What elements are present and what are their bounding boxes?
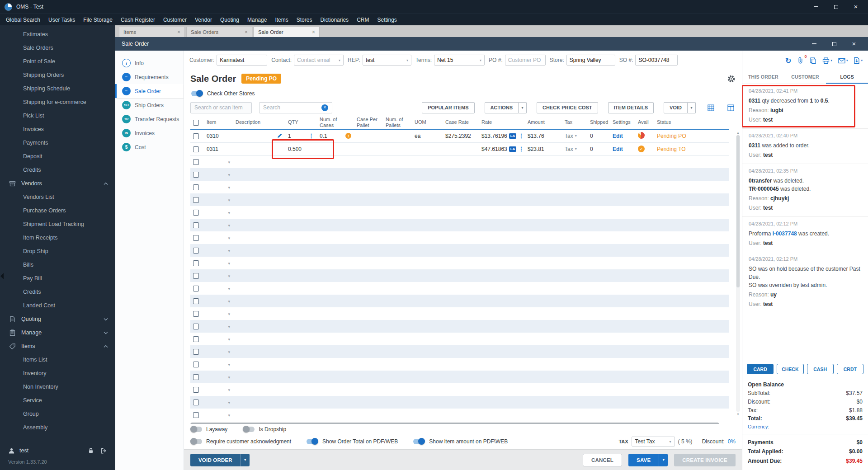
contact-select[interactable]: Contact email▾ (294, 55, 344, 66)
item-select-caret-icon[interactable]: ▾ (228, 287, 230, 291)
email-icon[interactable]: ▾ (838, 58, 848, 64)
item-select-caret-icon[interactable]: ▾ (228, 413, 230, 418)
rate-menu-icon[interactable]: ⋮ (518, 146, 524, 152)
inner-maximize-icon[interactable] (831, 41, 837, 47)
discount-value[interactable]: 0% (728, 438, 736, 445)
close-tab-icon[interactable]: × (245, 30, 248, 34)
menu-item-items[interactable]: Items (271, 15, 292, 25)
copy-icon[interactable] (810, 57, 816, 64)
row-tax-select[interactable]: Tax▾ (565, 133, 585, 139)
sidebar-item-credits[interactable]: Credits (0, 285, 115, 299)
item-select-caret-icon[interactable]: ▾ (228, 337, 230, 342)
sidebar-item-inventory[interactable]: Inventory (0, 367, 115, 380)
cell-qty[interactable]: 1 (288, 133, 291, 139)
logout-icon[interactable] (100, 447, 107, 454)
pay-card-button[interactable]: CARD (747, 364, 774, 374)
row-checkbox[interactable] (193, 235, 199, 241)
nav-item-info[interactable]: iInfo (115, 56, 184, 70)
sidebar-item-landed-cost[interactable]: Landed Cost (0, 299, 115, 312)
void-order-button[interactable]: VOID ORDER (190, 454, 241, 466)
qty-menu-icon[interactable]: ⋮ (308, 133, 314, 139)
row-checkbox[interactable] (193, 349, 199, 355)
tab-sale-order[interactable]: Sale Order× (254, 27, 320, 37)
scan-item-input[interactable]: Search or scan item (190, 102, 252, 113)
menu-item-vendor[interactable]: Vendor (191, 15, 216, 25)
sidebar-item-credits[interactable]: Credits (0, 163, 115, 177)
refresh-icon[interactable]: ↻ (785, 56, 791, 65)
actions-caret-icon[interactable]: ▾ (519, 102, 527, 113)
item-select-caret-icon[interactable]: ▾ (228, 324, 230, 329)
item-select-caret-icon[interactable]: ▾ (228, 400, 230, 405)
row-checkbox[interactable] (193, 210, 199, 216)
menu-item-file-storage[interactable]: File Storage (79, 15, 117, 25)
sidebar-item-estimates[interactable]: Estimates (0, 28, 115, 41)
sidebar-item-pick-list[interactable]: Pick List (0, 109, 115, 122)
sidebar-item-shipping-orders[interactable]: Shipping Orders (0, 68, 115, 82)
row-checkbox[interactable] (193, 260, 199, 266)
lock-icon[interactable] (88, 447, 94, 454)
tab-this-order[interactable]: THIS ORDER (742, 70, 784, 84)
rep-select[interactable]: test▾ (363, 55, 411, 66)
clear-search-icon[interactable]: × (321, 104, 328, 111)
save-button[interactable]: SAVE (628, 454, 659, 466)
item-select-caret-icon[interactable]: ▾ (228, 388, 230, 392)
sidebar-item-bills[interactable]: Bills (0, 258, 115, 272)
print-icon[interactable]: ▾ (822, 57, 832, 64)
item-select-caret-icon[interactable]: ▾ (228, 236, 230, 240)
inner-minimize-icon[interactable] (811, 41, 817, 47)
currency-link[interactable]: Currency: (748, 424, 863, 429)
row-tax-select[interactable]: Tax▾ (565, 146, 585, 152)
item-select-caret-icon[interactable]: ▾ (228, 362, 230, 367)
sidebar-item-payments[interactable]: Payments (0, 136, 115, 150)
edit-settings-link[interactable]: Edit (613, 146, 623, 152)
cell-item[interactable]: 0310 (204, 129, 233, 142)
sidebar-item-shipping-for-e-commerce[interactable]: Shipping for e-commerce (0, 95, 115, 109)
po-input[interactable]: Customer PO (505, 55, 546, 66)
minimize-icon[interactable] (813, 4, 819, 10)
nav-item-cost[interactable]: $Cost (115, 140, 184, 154)
tab-customer[interactable]: CUSTOMER (784, 70, 826, 84)
void-caret-icon[interactable]: ▾ (688, 102, 696, 113)
actions-button[interactable]: ACTIONS (485, 102, 519, 113)
item-select-caret-icon[interactable]: ▾ (228, 350, 230, 354)
is-dropship-toggle[interactable] (243, 427, 255, 432)
check-price-cost-button[interactable]: CHECK PRICE COST (537, 102, 598, 113)
so-number-input[interactable]: SO-0037748 (635, 55, 678, 66)
sidebar-item-assembly[interactable]: Assembly (0, 421, 115, 434)
item-select-caret-icon[interactable]: ▾ (228, 198, 230, 202)
nav-item-requirements[interactable]: ≡Requirements (115, 70, 184, 84)
gear-icon[interactable] (727, 75, 736, 83)
row-checkbox[interactable] (193, 286, 199, 291)
maximize-icon[interactable] (833, 4, 839, 10)
menu-item-dictionaries[interactable]: Dictionaries (316, 15, 353, 25)
sidebar-item-vendors-list[interactable]: Vendors List (0, 190, 115, 204)
popular-items-button[interactable]: POPULAR ITEMS (422, 102, 474, 113)
row-checkbox[interactable] (193, 336, 199, 342)
item-select-caret-icon[interactable]: ▾ (228, 274, 230, 278)
select-all-checkbox[interactable] (193, 120, 199, 126)
sidebar-item-group[interactable]: Group (0, 407, 115, 421)
menu-item-cash-register[interactable]: Cash Register (117, 15, 159, 25)
nav-item-transfer-requests[interactable]: TRTransfer Requests (115, 112, 184, 126)
sidebar-item-deposit[interactable]: Deposit (0, 150, 115, 163)
menu-item-global-search[interactable]: Global Search (2, 15, 44, 25)
tab-items[interactable]: Items× (119, 27, 185, 37)
sidebar-item-purchase-orders[interactable]: Purchase Orders (0, 204, 115, 217)
close-tab-icon[interactable]: × (177, 30, 180, 34)
row-checkbox[interactable] (193, 197, 199, 203)
row-checkbox[interactable] (193, 146, 199, 152)
item-select-caret-icon[interactable]: ▾ (228, 223, 230, 228)
pay-crdt-button[interactable]: CRDT (837, 364, 863, 374)
customer-input[interactable]: Karinatest (217, 55, 267, 66)
availability-check-icon[interactable]: ✓ (638, 146, 645, 152)
row-checkbox[interactable] (193, 387, 199, 393)
nav-item-ship-orders[interactable]: SHShip Orders (115, 98, 184, 112)
attachment-icon[interactable]: 0 (797, 57, 804, 64)
terms-select[interactable]: Net 15▾ (434, 55, 485, 66)
item-select-caret-icon[interactable]: ▾ (228, 299, 230, 304)
menu-item-customer[interactable]: Customer (159, 15, 191, 25)
rate-menu-icon[interactable]: ⋮ (518, 133, 524, 139)
row-checkbox[interactable] (193, 311, 199, 317)
row-checkbox[interactable] (193, 374, 199, 380)
create-invoice-button[interactable]: CREATE INVOICE (674, 454, 736, 466)
